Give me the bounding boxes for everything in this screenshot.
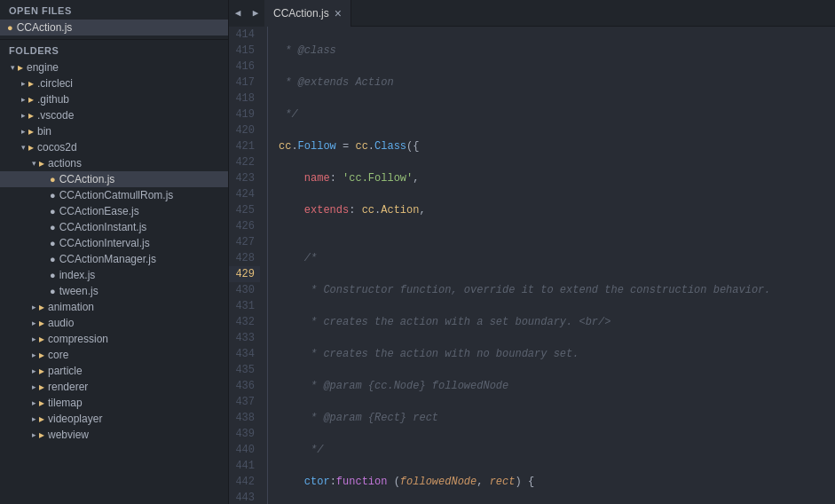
tree-item-core[interactable]: ▸ core [0,347,228,363]
tree-item-bin[interactable]: ▸ bin [0,123,228,139]
tree-item-github[interactable]: ▸ .github [0,91,228,107]
sidebar: OPEN FILES ● CCAction.js FOLDERS ▸ engin… [0,0,229,504]
folder-icon-engine: ▸ [18,61,23,74]
ln-438: 438 [229,410,260,426]
file-icon-ccactionease: ● [50,206,56,217]
ln-429: 429 [229,266,260,282]
tree-item-ccactioninstant[interactable]: ● CCActionInstant.js [0,219,228,235]
tree-label-particle: particle [48,365,83,377]
ln-428: 428 [229,250,260,266]
editor-area: ◀ ▶ CCAction.js × 414 415 416 417 418 41… [229,0,835,504]
code-line-421: /* [279,250,835,266]
ln-440: 440 [229,442,260,458]
ln-416: 416 [229,59,260,75]
arrow-compression [28,335,39,343]
tree-label-index: index.js [59,269,96,281]
folder-icon-videoplayer: ▸ [39,413,44,425]
folder-icon-core: ▸ [39,349,44,361]
arrow-core [28,350,39,359]
file-icon-ccactioncatmullrom: ● [50,190,56,201]
folder-icon-renderer: ▸ [39,381,44,393]
tree-item-ccactionmanager[interactable]: ● CCActionManager.js [0,251,228,267]
ln-430: 430 [229,282,260,298]
tree-item-ccaction[interactable]: ● CCAction.js [0,171,228,187]
ln-442: 442 [229,474,260,490]
tree-label-renderer: renderer [48,381,88,393]
folder-icon-compression: ▸ [39,333,44,345]
tree-item-circleci[interactable]: ▸ .circleci [0,75,228,91]
ln-436: 436 [229,378,260,394]
folder-icon-bin: ▸ [28,125,34,138]
open-files-title: OPEN FILES [0,0,228,20]
tree-item-animation[interactable]: ▸ animation [0,299,228,315]
ln-431: 431 [229,298,260,314]
tree-label-bin: bin [37,125,51,138]
ln-421: 421 [229,138,260,154]
ln-418: 418 [229,91,260,106]
tree-item-tilemap[interactable]: ▸ tilemap [0,395,228,411]
code-line-425: * @param {cc.Node} followedNode [279,378,835,394]
code-container[interactable]: 414 415 416 417 418 419 420 421 422 423 … [229,27,835,504]
tab-close-button[interactable]: × [335,7,342,20]
tree-label-compression: compression [48,333,108,345]
tree-label-tween: tween.js [59,285,98,297]
folder-icon-animation: ▸ [39,301,44,313]
folder-icon-particle: ▸ [39,365,44,377]
tree-label-ccactionmanager: CCActionManager.js [59,253,156,265]
folders-section: FOLDERS ▸ engine ▸ .circleci ▸ .github ▸… [0,40,228,504]
tree-label-ccactionease: CCActionEase.js [59,205,139,217]
arrow-animation [28,303,39,311]
arrow-github [18,95,28,104]
folder-icon-github: ▸ [28,93,34,106]
tab-bar: ◀ ▶ CCAction.js × [229,0,835,27]
tree-item-particle[interactable]: ▸ particle [0,363,228,379]
tree-item-actions[interactable]: ▸ actions [0,155,228,171]
js-file-icon: ● [7,22,13,33]
tree-item-engine[interactable]: ▸ engine [0,59,228,75]
tree-item-audio[interactable]: ▸ audio [0,315,228,331]
code-line-418: name: 'cc.Follow', [279,170,835,186]
open-files-section: OPEN FILES ● CCAction.js [0,0,228,40]
ln-424: 424 [229,186,260,202]
tree-label-animation: animation [48,301,94,313]
arrow-engine [7,63,18,72]
arrow-bin [18,127,28,136]
tree-item-tween[interactable]: ● tween.js [0,283,228,299]
tree-item-index[interactable]: ● index.js [0,267,228,283]
line-numbers: 414 415 416 417 418 419 420 421 422 423 … [229,27,268,504]
tree-item-renderer[interactable]: ▸ renderer [0,379,228,395]
tree-item-videoplayer[interactable]: ▸ videoplayer [0,411,228,427]
tree-label-circleci: .circleci [37,77,73,90]
tree-item-vscode[interactable]: ▸ .vscode [0,107,228,123]
tree-label-github: .github [37,93,69,106]
folder-icon-vscode: ▸ [28,109,34,122]
tree-item-ccactioninterval[interactable]: ● CCActionInterval.js [0,235,228,251]
arrow-circleci [18,79,28,88]
open-file-ccaction[interactable]: ● CCAction.js [0,20,228,35]
ln-434: 434 [229,346,260,362]
tree-item-webview[interactable]: ▸ webview [0,427,228,443]
tree-item-ccactioncatmullrom[interactable]: ● CCActionCatmullRom.js [0,187,228,203]
tree-item-ccactionease[interactable]: ● CCActionEase.js [0,203,228,219]
tree-label-ccaction: CCAction.js [59,173,115,185]
ln-423: 423 [229,170,260,186]
file-icon-index: ● [50,270,56,280]
tab-label: CCAction.js [273,7,329,20]
folder-icon-audio: ▸ [39,317,44,329]
nav-next-button[interactable]: ▶ [247,0,264,27]
ln-414: 414 [229,27,260,43]
code-line-428: ctor:function (followedNode, rect) { [279,474,835,490]
ln-439: 439 [229,426,260,442]
ln-443: 443 [229,490,260,504]
tree-item-cocos2d[interactable]: ▸ cocos2d [0,139,228,155]
ln-435: 435 [229,362,260,378]
file-icon-ccactionmanager: ● [50,254,56,264]
nav-prev-button[interactable]: ◀ [229,0,247,27]
tree-label-engine: engine [27,61,59,74]
code-line-423: * creates the action with a set boundary… [279,314,835,330]
folder-icon-actions: ▸ [39,157,44,169]
arrow-vscode [18,111,28,120]
code-line-417: cc.Follow = cc.Class({ [279,138,835,154]
tree-item-compression[interactable]: ▸ compression [0,331,228,347]
tab-ccaction[interactable]: CCAction.js × [264,0,351,27]
